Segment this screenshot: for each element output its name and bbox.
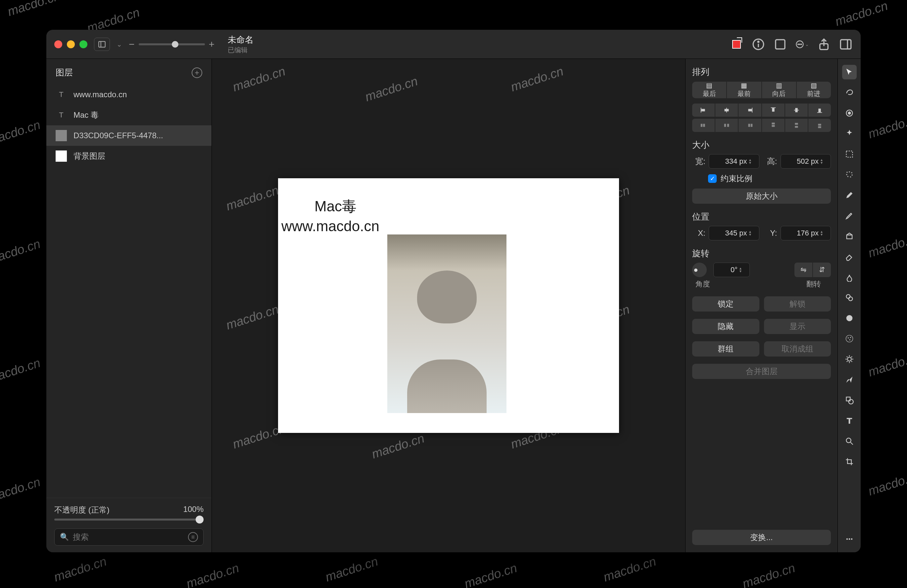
adjust-tool[interactable] [842, 352, 857, 366]
magic-wand-tool[interactable] [842, 126, 857, 141]
distribute-vcenter-button[interactable] [785, 119, 808, 132]
distribute-right-button[interactable] [739, 119, 761, 132]
distribute-left-button[interactable] [692, 119, 715, 132]
stepper-icon[interactable]: ▴▾ [749, 230, 756, 236]
watermark: macdo.cn [866, 111, 907, 142]
rotation-dial[interactable] [692, 263, 707, 277]
flip-vertical-button[interactable]: ⇵ [813, 263, 831, 277]
distribute-hcenter-button[interactable] [715, 119, 738, 132]
share-button[interactable] [817, 37, 831, 51]
canvas-text-2[interactable]: www.macdo.cn [281, 218, 379, 235]
merge-layers-button[interactable]: 合并图层 [692, 364, 831, 379]
unlock-button[interactable]: 解锁 [764, 296, 831, 312]
color-swatch-button[interactable] [729, 37, 744, 51]
zoom-slider[interactable] [139, 43, 205, 45]
watermark: macdo.cn [462, 561, 519, 588]
layer-label: 背景图层 [74, 151, 105, 161]
layer-item-text[interactable]: T www.macdo.cn [46, 84, 212, 105]
lock-button[interactable]: 锁定 [692, 296, 760, 312]
crop-tool[interactable] [842, 454, 857, 469]
smudge-tool[interactable] [842, 270, 857, 284]
watermark: macdo.cn [0, 356, 42, 386]
lasso-tool[interactable] [842, 167, 857, 182]
align-hcenter-button[interactable] [715, 104, 738, 117]
brush-tool[interactable] [842, 208, 857, 223]
angle-input[interactable]: 0°▴▾ [713, 263, 750, 277]
layer-list: T www.macdo.cn T Mac 毒 D33CD09C-EFF5-447… [46, 84, 212, 498]
show-button[interactable]: 显示 [764, 319, 831, 334]
zoom-in-icon[interactable]: + [209, 39, 215, 50]
y-input[interactable]: 176 px▴▾ [780, 226, 831, 240]
color-select-tool[interactable] [842, 106, 857, 120]
canvas-image-cat[interactable] [387, 235, 506, 413]
distribute-top-button[interactable] [762, 119, 785, 132]
opacity-slider[interactable] [54, 519, 204, 521]
svg-rect-27 [724, 124, 726, 126]
stepper-icon[interactable]: ▴▾ [820, 158, 827, 165]
align-vcenter-button[interactable] [785, 104, 808, 117]
minimize-window-button[interactable] [67, 40, 75, 48]
more-menu-button[interactable]: ⌄ [795, 37, 809, 51]
stepper-icon[interactable]: ▴▾ [820, 230, 827, 236]
svg-point-56 [848, 399, 853, 404]
arrange-back-button[interactable]: ▤最后 [692, 81, 726, 98]
align-top-button[interactable] [762, 104, 785, 117]
layer-search[interactable]: 🔍 ≡ [54, 529, 204, 546]
path-tool[interactable] [842, 372, 857, 387]
canvas-text-1[interactable]: Mac毒 [314, 197, 356, 216]
canvas-area[interactable]: macdo.cn macdo.cn macdo.cn macdo.cn macd… [212, 59, 685, 552]
marquee-tool[interactable] [842, 147, 857, 161]
fill-tool[interactable] [842, 229, 857, 243]
arrange-backward-button[interactable]: ▥向后 [762, 81, 796, 98]
align-right-button[interactable] [739, 104, 761, 117]
more-tools-button[interactable] [842, 532, 857, 546]
right-sidebar-toggle-button[interactable] [839, 37, 853, 51]
artboard[interactable]: Mac毒 www.macdo.cn [278, 178, 619, 433]
filter-button[interactable]: ≡ [188, 532, 198, 542]
ungroup-button[interactable]: 取消成组 [764, 341, 831, 356]
search-input[interactable] [73, 532, 184, 542]
arrange-front-button[interactable]: ▦最前 [727, 81, 761, 98]
height-input[interactable]: 502 px▴▾ [780, 154, 831, 169]
hide-button[interactable]: 隐藏 [692, 319, 760, 334]
stepper-icon[interactable]: ▴▾ [749, 158, 756, 165]
align-bottom-button[interactable] [808, 104, 831, 117]
zoom-control[interactable]: − + [129, 39, 215, 50]
transform-button[interactable]: 变换... [692, 530, 831, 545]
sidebar-toggle-button[interactable] [94, 38, 110, 51]
align-left-button[interactable] [692, 104, 715, 117]
distribute-bottom-button[interactable] [808, 119, 831, 132]
sponge-tool[interactable] [842, 331, 857, 346]
free-select-tool[interactable] [842, 85, 857, 100]
text-tool[interactable] [842, 413, 857, 428]
layer-item-image[interactable]: D33CD09C-EFF5-4478... [46, 125, 212, 146]
chevron-down-icon[interactable]: ⌄ [117, 40, 122, 48]
constrain-checkbox[interactable]: ✓ [708, 174, 717, 183]
panel-toggle-button[interactable] [773, 37, 787, 51]
watermark: macdo.cn [509, 64, 565, 94]
flip-horizontal-button[interactable]: ⇋ [795, 263, 812, 277]
eraser-tool[interactable] [842, 249, 857, 264]
shape-tool[interactable] [842, 393, 857, 407]
layer-item-text[interactable]: T Mac 毒 [46, 105, 212, 125]
info-button[interactable] [752, 37, 765, 51]
svg-rect-36 [818, 127, 820, 128]
sharpen-tool[interactable] [842, 311, 857, 325]
opacity-label[interactable]: 不透明度 (正常) [54, 505, 110, 515]
arrow-tool[interactable] [842, 65, 857, 79]
group-button[interactable]: 群组 [692, 341, 760, 356]
width-input[interactable]: 334 px▴▾ [709, 154, 760, 169]
close-window-button[interactable] [54, 40, 62, 48]
layer-item-background[interactable]: 背景图层 [46, 146, 212, 166]
x-input[interactable]: 345 px▴▾ [709, 226, 760, 240]
zoom-tool[interactable] [842, 434, 857, 449]
fullscreen-window-button[interactable] [79, 40, 87, 48]
original-size-button[interactable]: 原始大小 [692, 189, 831, 204]
arrange-forward-button[interactable]: ▧前进 [797, 81, 831, 98]
zoom-out-icon[interactable]: − [129, 39, 135, 50]
stepper-icon[interactable]: ▴▾ [739, 267, 746, 273]
pen-tool[interactable] [842, 188, 857, 202]
add-layer-button[interactable]: + [192, 67, 202, 78]
clone-tool[interactable] [842, 290, 857, 305]
svg-rect-28 [728, 124, 729, 126]
